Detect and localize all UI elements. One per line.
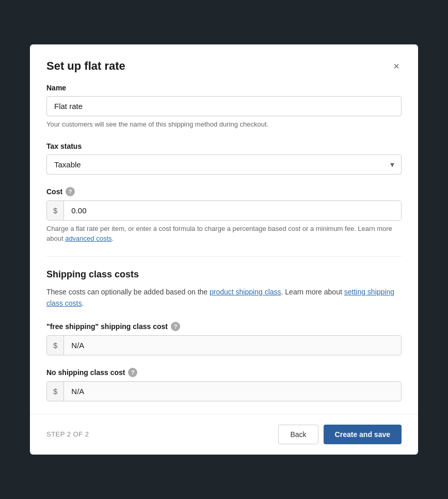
shipping-class-costs-section: Shipping class costs These costs can opt… xyxy=(46,256,402,309)
section-divider xyxy=(46,256,402,257)
free-shipping-help-icon[interactable]: ? xyxy=(171,322,180,331)
free-shipping-prefix: $ xyxy=(47,336,64,355)
tax-status-label: Tax status xyxy=(46,142,402,150)
name-field-group: Name Your customers will see the name of… xyxy=(46,84,402,130)
name-label: Name xyxy=(46,84,402,92)
tax-status-select[interactable]: Taxable None xyxy=(46,154,402,175)
modal-backdrop: Set up flat rate × Name Your customers w… xyxy=(0,0,448,499)
cost-prefix: $ xyxy=(47,201,64,220)
advanced-costs-link[interactable]: advanced costs xyxy=(65,235,111,242)
modal-dialog: Set up flat rate × Name Your customers w… xyxy=(30,44,418,454)
modal-body: Name Your customers will see the name of… xyxy=(30,84,418,413)
no-shipping-class-cost-field-group: No shipping class cost ? $ xyxy=(46,368,402,401)
no-shipping-class-cost-label: No shipping class cost ? xyxy=(46,368,402,377)
footer-buttons: Back Create and save xyxy=(278,425,402,444)
modal-footer: STEP 2 OF 2 Back Create and save xyxy=(30,414,418,455)
modal-header: Set up flat rate × xyxy=(30,44,418,84)
name-hint: Your customers will see the name of this… xyxy=(46,119,402,130)
tax-status-field-group: Tax status Taxable None ▾ xyxy=(46,142,402,175)
no-shipping-class-help-icon[interactable]: ? xyxy=(128,368,137,377)
tax-status-select-wrapper: Taxable None ▾ xyxy=(46,154,402,175)
cost-field-group: Cost ? $ Charge a flat rate per item, or… xyxy=(46,187,402,244)
name-input[interactable] xyxy=(46,96,402,116)
create-and-save-button[interactable]: Create and save xyxy=(324,425,402,444)
cost-input-wrapper: $ xyxy=(46,200,402,221)
cost-help-icon[interactable]: ? xyxy=(66,187,75,196)
no-shipping-class-prefix: $ xyxy=(47,382,64,401)
close-button[interactable]: × xyxy=(391,59,402,73)
free-shipping-cost-label: "free shipping" shipping class cost ? xyxy=(46,322,402,331)
no-shipping-class-cost-input[interactable] xyxy=(64,382,401,401)
no-shipping-class-cost-wrapper: $ xyxy=(46,381,402,401)
product-shipping-class-link[interactable]: product shipping class xyxy=(210,288,281,296)
free-shipping-cost-input[interactable] xyxy=(64,336,401,355)
step-label: STEP 2 OF 2 xyxy=(46,430,89,438)
modal-title: Set up flat rate xyxy=(46,59,125,73)
cost-label: Cost ? xyxy=(46,187,402,196)
cost-input[interactable] xyxy=(64,201,401,220)
shipping-class-costs-desc: These costs can optionally be added base… xyxy=(46,286,402,309)
free-shipping-cost-field-group: "free shipping" shipping class cost ? $ xyxy=(46,322,402,355)
free-shipping-cost-wrapper: $ xyxy=(46,335,402,355)
shipping-class-costs-title: Shipping class costs xyxy=(46,269,402,280)
cost-hint: Charge a flat rate per item, or enter a … xyxy=(46,224,402,244)
back-button[interactable]: Back xyxy=(278,425,318,444)
